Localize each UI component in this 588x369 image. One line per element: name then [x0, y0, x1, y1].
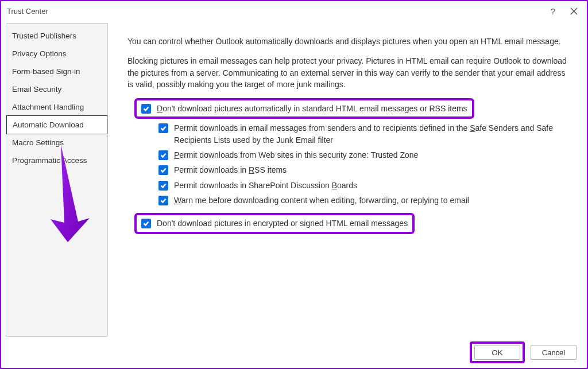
highlight-box-ok: OK	[470, 341, 525, 363]
checkbox-label: Don't download pictures in encrypted or …	[157, 217, 408, 229]
checkbox-sharepoint[interactable]: Permit downloads in SharePoint Discussio…	[158, 180, 571, 191]
close-icon[interactable]	[566, 3, 581, 18]
highlight-box-1: Don't download pictures automatically in…	[134, 98, 474, 119]
intro-text-1: You can control whether Outlook automati…	[127, 36, 571, 47]
checkbox-icon	[158, 123, 168, 133]
intro-text-2: Blocking pictures in email messages can …	[127, 55, 571, 90]
sidebar-item-automatic-download[interactable]: Automatic Download	[6, 115, 107, 134]
checkbox-label: Permit downloads in email messages from …	[174, 122, 571, 146]
sub-options: Permit downloads in email messages from …	[158, 122, 571, 206]
checkbox-safe-senders[interactable]: Permit downloads in email messages from …	[158, 122, 571, 146]
checkbox-icon	[158, 165, 168, 175]
checkbox-label: Permit downloads in RSS items	[174, 164, 571, 176]
sidebar-item-email-security[interactable]: Email Security	[6, 80, 107, 98]
checkbox-label: Don't download pictures automatically in…	[157, 103, 467, 114]
sidebar-item-trusted-publishers[interactable]: Trusted Publishers	[6, 27, 107, 45]
checkbox-label: Warn me before downloading content when …	[174, 195, 571, 206]
checkbox-label: Permit downloads from Web sites in this …	[174, 149, 571, 161]
sidebar-item-form-signin[interactable]: Form-based Sign-in	[6, 63, 107, 80]
checkbox-warn[interactable]: Warn me before downloading content when …	[158, 195, 571, 206]
cancel-button[interactable]: Cancel	[531, 345, 577, 360]
checkbox-rss[interactable]: Permit downloads in RSS items	[158, 164, 571, 176]
checkbox-icon	[158, 196, 168, 205]
checkbox-icon	[158, 181, 168, 191]
sidebar-item-macro-settings[interactable]: Macro Settings	[6, 134, 107, 152]
sidebar-item-attachment-handling[interactable]: Attachment Handling	[6, 98, 107, 116]
help-icon[interactable]: ?	[546, 3, 560, 18]
content-panel: You can control whether Outlook automati…	[108, 23, 582, 337]
checkbox-label: Permit downloads in SharePoint Discussio…	[174, 180, 571, 191]
dialog-footer: OK Cancel	[1, 337, 587, 368]
sidebar-item-privacy-options[interactable]: Privacy Options	[6, 45, 107, 63]
checkbox-icon	[141, 219, 151, 228]
checkbox-trusted-zone[interactable]: Permit downloads from Web sites in this …	[158, 149, 571, 161]
trust-center-window: Trust Center ? Trusted Publishers Privac…	[0, 0, 588, 369]
checkbox-icon	[141, 104, 151, 114]
ok-button[interactable]: OK	[474, 345, 520, 360]
checkbox-auto-download[interactable]: Don't download pictures automatically in…	[141, 103, 467, 114]
titlebar: Trust Center ?	[1, 1, 587, 21]
highlight-box-2: Don't download pictures in encrypted or …	[134, 213, 415, 234]
checkbox-encrypted[interactable]: Don't download pictures in encrypted or …	[141, 217, 408, 229]
sidebar-item-programmatic-access[interactable]: Programmatic Access	[6, 152, 107, 169]
category-sidebar: Trusted Publishers Privacy Options Form-…	[6, 23, 108, 337]
window-title: Trust Center	[7, 7, 48, 15]
dialog-body: Trusted Publishers Privacy Options Form-…	[1, 21, 587, 337]
checkbox-icon	[158, 150, 168, 160]
